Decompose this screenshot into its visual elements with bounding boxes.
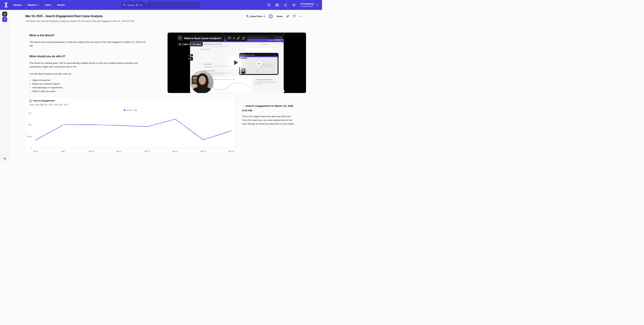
y-axis-tick-label: 15K [26, 112, 32, 114]
nav-item-reports[interactable]: Reports [28, 4, 39, 6]
nested-video-panel: What is Root Cause Analysis? ▭ ⧉ ↗ 18 se… [239, 53, 278, 75]
x-axis-tick [175, 148, 176, 149]
play-icon [234, 60, 238, 65]
ellipsis-icon [299, 15, 302, 18]
inner-board-subtitle: ...ant properties to help you explore th… [199, 46, 229, 47]
recording-indicator-dot [283, 33, 284, 34]
compass-icon [3, 13, 6, 15]
link-icon[interactable] [237, 37, 240, 40]
nav-item-boards[interactable]: Boards [14, 4, 22, 6]
mini-stats-pill: 18 sec 1 view [241, 57, 247, 59]
project-switcher[interactable]: E-Commerce All Project Data [301, 2, 318, 7]
list-item: Adjust the queries [30, 78, 148, 82]
settings-gear-icon[interactable] [292, 3, 296, 7]
inner-sidenote: ← Search usage on March 15, 2023 8:10 AM… [255, 79, 278, 85]
record-button [188, 57, 193, 61]
more-options-button[interactable] [299, 15, 302, 18]
legend-swatch [124, 109, 125, 111]
mini-webcam-bubble [240, 68, 246, 74]
gridline [33, 125, 234, 125]
video-duration: 1 min [182, 43, 188, 45]
link-icon [286, 15, 289, 18]
x-axis-tick-label: Mar 10 [86, 150, 96, 152]
record-dot-icon [190, 58, 191, 60]
copy-link-button[interactable] [286, 15, 289, 18]
user-avatar[interactable]: CM [268, 14, 273, 19]
sidenote-block: ← Search engagement on March 15, 2023 8:… [242, 104, 294, 126]
report-card-search-engagement[interactable]: Search Engagement Linear, total, Mar 8th… [26, 97, 235, 153]
inner-board-title: Search Engagement Root Cause Analysis [204, 44, 222, 45]
share-button[interactable]: Share [276, 15, 283, 18]
show-filter-button[interactable]: Show Filter • 1 [246, 15, 265, 18]
intro-text-block: What is this Board? This Board uses rele… [30, 34, 148, 93]
help-icon[interactable]: ? [284, 3, 287, 7]
list-item: Add takeaways or hypotheses [30, 86, 148, 89]
favorite-button[interactable] [293, 15, 296, 18]
heart-icon [293, 15, 296, 18]
browser-extension-icons [276, 37, 282, 38]
collapse-chevron-icon: ⌄ [282, 35, 283, 36]
report-subtitle: Linear, total, Mar 8th, 2020 - Mar 15th,… [29, 104, 68, 106]
list-item: Delete less relevant reports [30, 82, 148, 86]
x-axis-tick [203, 148, 204, 149]
intro-para-3: Use this Board however you like, such as… [30, 72, 148, 76]
views-icon [189, 43, 192, 45]
nav-item-events[interactable]: Events [57, 4, 65, 6]
inner-link-fab: ⟋ [282, 90, 284, 92]
video-title: What is Root Cause Analysis? [184, 37, 222, 40]
x-axis-tick-label: Mar 13 [170, 150, 180, 152]
y-axis-tick-label: 10K [26, 124, 32, 126]
apps-grid-icon[interactable] [276, 3, 279, 7]
list-item: Share it with your team [30, 89, 148, 93]
line-series [33, 113, 234, 148]
sidenote-body: This is the original report the alert wa… [242, 115, 294, 126]
video-title-pill: What is Root Cause Analysis? [177, 35, 224, 41]
data-management-icon[interactable] [267, 3, 270, 7]
add-board-button[interactable]: + [2, 17, 7, 22]
search-placeholder: Search ⌘ + K [128, 4, 142, 6]
x-axis-tick-label: Mar 12 [142, 150, 152, 152]
x-axis-tick-label: Mar 15 [226, 150, 236, 152]
open-external-icon[interactable] [242, 37, 245, 40]
intro-para-2: This Board is a starting point. We’ve au… [30, 61, 148, 69]
play-button[interactable] [230, 56, 242, 69]
x-axis-tick-label: Mar 8 [30, 150, 40, 152]
show-filter-label: Show Filter • 1 [250, 15, 265, 18]
chart-plot-area[interactable]: Search - Total 05,00010K15KMar 8Mar 9Mar… [26, 108, 235, 153]
video-thumbnail-card[interactable]: Mar 15, 2023 - Search Engag... Mixpanel … [168, 32, 306, 93]
svg-text:?: ? [285, 4, 286, 6]
nav-item-reports-label: Reports [28, 4, 36, 6]
y-axis-tick-label: 0 [26, 147, 32, 149]
expand-sidebar-button[interactable] [3, 157, 6, 160]
comment-count: 0 [233, 37, 234, 39]
mixpanel-logo-icon[interactable] [3, 2, 9, 8]
left-rail: + [0, 10, 10, 162]
explore-compass-button[interactable] [2, 11, 7, 17]
filter-plus-icon [246, 15, 249, 18]
mini-play-button[interactable] [257, 62, 261, 66]
legend-label: Search - Total [126, 109, 137, 111]
chevron-down-icon [37, 4, 39, 5]
x-axis-tick-label: Mar 11 [114, 150, 124, 152]
sidenote-title: ← Search engagement on March 15, 2023 8:… [242, 104, 294, 113]
x-axis-tick [63, 148, 64, 149]
plus-icon: + [4, 18, 6, 21]
presenter-avatar [178, 36, 182, 41]
page-subtitle: This Board uses relevant properties to h… [26, 20, 134, 22]
page-title: Mar 15, 2023 – Search Engagement Root Ca… [26, 14, 103, 18]
chart-legend[interactable]: Search - Total [26, 109, 235, 111]
x-axis-tick [36, 148, 36, 149]
video-actions-pill: 0 [226, 35, 247, 41]
intro-bullet-list: Adjust the queries Delete less relevant … [30, 78, 148, 93]
report-title[interactable]: Search Engagement [33, 99, 55, 102]
search-input[interactable]: Search ⌘ + K [121, 2, 200, 8]
intro-para-1: This Board uses relevant properties to h… [30, 40, 148, 48]
comment-icon[interactable] [228, 37, 231, 40]
project-scope: All Project Data [301, 5, 314, 7]
x-axis-tick-label: Mar 14 [198, 150, 208, 152]
line-chart-icon [29, 99, 32, 102]
inner-h1: What is this Board? [204, 64, 212, 65]
webcam-bubble [190, 71, 214, 93]
nav-item-users[interactable]: Users [45, 4, 52, 6]
intro-heading-2: What should you do with it? [30, 55, 148, 58]
